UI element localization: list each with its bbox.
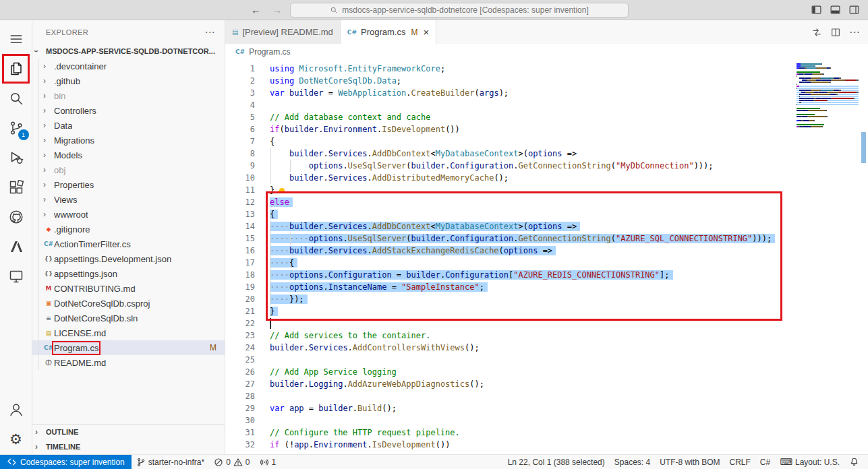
encoding[interactable]: UTF-8 with BOM: [655, 455, 724, 469]
code-line[interactable]: 12else: [225, 196, 868, 208]
code-line[interactable]: 15········options.UseSqlServer(builder.C…: [225, 232, 868, 245]
code-line[interactable]: 32if (!app.Environment.IsDevelopment()): [225, 439, 868, 451]
tree-item-dotnetcoresqldb-csproj[interactable]: ▣DotNetCoreSqlDb.csproj: [32, 296, 225, 311]
code-line[interactable]: 30: [225, 414, 868, 427]
layout-sidebar-icon[interactable]: [811, 4, 822, 15]
code-line[interactable]: 9 options.UseSqlServer(builder.Configura…: [225, 160, 868, 172]
remote-indicator[interactable]: Codespaces: super invention: [0, 455, 132, 469]
tree-item-views[interactable]: ›Views: [32, 192, 225, 207]
keyboard-layout[interactable]: ⌨Layout: U.S.: [775, 455, 844, 469]
code-line[interactable]: 5// Add database context and cache: [225, 111, 868, 123]
more-actions-icon[interactable]: ⋯: [849, 26, 860, 38]
tree-item-appsettings-json[interactable]: {}appsettings.json: [32, 266, 225, 281]
split-editor-icon[interactable]: [830, 27, 841, 38]
code-line[interactable]: 10 builder.Services.AddDistributedMemory…: [225, 172, 868, 184]
code-line[interactable]: 6if(builder.Environment.IsDevelopment()): [225, 123, 868, 135]
code-line[interactable]: 29var app = builder.Build();: [225, 402, 868, 414]
branch-indicator[interactable]: starter-no-infra*: [132, 455, 209, 469]
source-control-icon[interactable]: 1: [0, 113, 32, 143]
code-line[interactable]: 3var builder = WebApplication.CreateBuil…: [225, 87, 868, 99]
azure-icon[interactable]: [0, 232, 32, 261]
code-line[interactable]: 23// Add services to the container.: [225, 330, 868, 342]
open-changes-icon[interactable]: [811, 27, 822, 38]
minimap[interactable]: [797, 59, 859, 128]
tree-item-gitignore[interactable]: ◆.gitignore: [32, 222, 225, 237]
eol[interactable]: CRLF: [725, 455, 755, 469]
code-line[interactable]: 17····{: [225, 257, 868, 269]
problems-indicator[interactable]: 00: [209, 455, 254, 469]
menu-icon[interactable]: [0, 24, 32, 54]
tree-item-controllers[interactable]: ›Controllers: [32, 103, 225, 118]
tree-item-data[interactable]: ›Data: [32, 118, 225, 133]
layout-panel-icon[interactable]: [830, 4, 841, 15]
github-icon[interactable]: [0, 202, 32, 232]
code-line[interactable]: 20····});: [225, 293, 868, 305]
tree-item-migrations[interactable]: ›Migrations: [32, 133, 225, 148]
vertical-scrollbar[interactable]: [859, 59, 868, 454]
run-debug-icon[interactable]: [0, 143, 32, 173]
code-line[interactable]: 14····builder.Services.AddDbContext<MyDa…: [225, 220, 868, 232]
code-line[interactable]: 21}: [225, 305, 868, 317]
tab-preview-readme-md[interactable]: ▤[Preview] README.md: [225, 20, 341, 44]
ports-indicator[interactable]: 1: [255, 455, 281, 469]
code-line[interactable]: 28: [225, 390, 868, 402]
tree-item-appsettings-development-json[interactable]: {}appsettings.Development.json: [32, 251, 225, 266]
code-line[interactable]: 8 builder.Services.AddDbContext<MyDataba…: [225, 148, 868, 160]
code-line[interactable]: 25: [225, 354, 868, 366]
code-line[interactable]: 4: [225, 99, 868, 111]
code-line[interactable]: 26// Add App Service logging: [225, 366, 868, 378]
code-line[interactable]: 2using DotNetCoreSqlDb.Data;: [225, 75, 868, 87]
close-icon[interactable]: ×: [423, 26, 429, 38]
tab-program-cs[interactable]: C#Program.csM×: [341, 20, 436, 44]
code-line[interactable]: 24builder.Services.AddControllersWithVie…: [225, 342, 868, 354]
tree-item-dotnetcoresqldb-sln[interactable]: ≡DotNetCoreSqlDb.sln: [32, 311, 225, 325]
tree-item-wwwroot[interactable]: ›wwwroot: [32, 207, 225, 222]
tree-item-models[interactable]: ›Models: [32, 148, 225, 162]
command-center-search[interactable]: msdocs-app-service-sqldb-dotnetcore [Cod…: [290, 3, 629, 18]
code-line[interactable]: 11}: [225, 184, 868, 196]
tree-item-obj[interactable]: ›obj: [32, 162, 225, 177]
code-line[interactable]: 31// Configure the HTTP request pipeline…: [225, 427, 868, 439]
remote-explorer-icon[interactable]: [0, 261, 32, 291]
notifications[interactable]: [844, 455, 864, 469]
line-number: 15: [225, 232, 255, 245]
code-line[interactable]: 1using Microsoft.EntityFrameworkCore;: [225, 63, 868, 75]
tree-item-devcontainer[interactable]: ›.devcontainer: [32, 59, 225, 73]
tree-root[interactable]: ›MSDOCS-APP-SERVICE-SQLDB-DOTNETCOR...: [32, 44, 225, 59]
tree-item-bin[interactable]: ›bin: [32, 88, 225, 103]
settings-icon[interactable]: ⚙: [0, 425, 32, 454]
forward-button[interactable]: →: [272, 4, 282, 15]
outline-panel-header[interactable]: › OUTLINE: [32, 425, 225, 439]
code-editor[interactable]: 1using Microsoft.EntityFrameworkCore;2us…: [225, 59, 868, 454]
tree-item-license-md[interactable]: ▤LICENSE.md: [32, 325, 225, 340]
search-icon[interactable]: [0, 84, 32, 113]
tree-item-label: Data: [54, 121, 72, 131]
tree-item-properties[interactable]: ›Properties: [32, 177, 225, 192]
indent-guide: [270, 245, 271, 257]
code-line[interactable]: 19····options.InstanceName = "SampleInst…: [225, 281, 868, 293]
code-line[interactable]: 16····builder.Services.AddStackExchangeR…: [225, 245, 868, 257]
code-line[interactable]: 27builder.Logging.AddAzureWebAppDiagnost…: [225, 378, 868, 390]
account-icon[interactable]: [0, 395, 32, 425]
code-line[interactable]: 22: [225, 317, 868, 330]
tree-item-actiontimerfilter-cs[interactable]: C#ActionTimerFilter.cs: [32, 237, 225, 251]
tree-item-readme-md[interactable]: ⓘREADME.md: [32, 355, 225, 370]
back-button[interactable]: ←: [251, 4, 261, 15]
code-line[interactable]: 18····options.Configuration = builder.Co…: [225, 269, 868, 281]
language-mode[interactable]: C#: [755, 455, 775, 469]
timeline-panel-header[interactable]: › TIMELINE: [32, 439, 225, 454]
more-actions-icon[interactable]: ⋯: [205, 26, 215, 38]
indent-guide: [270, 281, 271, 293]
tree-item-github[interactable]: ›.github: [32, 73, 225, 88]
indentation[interactable]: Spaces: 4: [610, 455, 655, 469]
tree-item-contributing-md[interactable]: MCONTRIBUTING.md: [32, 281, 225, 296]
extensions-icon[interactable]: [0, 173, 32, 202]
code-line[interactable]: 13{: [225, 208, 868, 220]
breadcrumb-item[interactable]: Program.cs: [249, 47, 290, 57]
explorer-icon[interactable]: [0, 54, 32, 84]
tree-item-label: Program.cs: [54, 343, 98, 353]
code-line[interactable]: 7{: [225, 135, 868, 148]
tree-item-program-cs[interactable]: C#Program.csM: [32, 340, 225, 355]
cursor-position[interactable]: Ln 22, Col 1 (388 selected): [503, 455, 610, 469]
layout-secondary-sidebar-icon[interactable]: [848, 4, 860, 15]
